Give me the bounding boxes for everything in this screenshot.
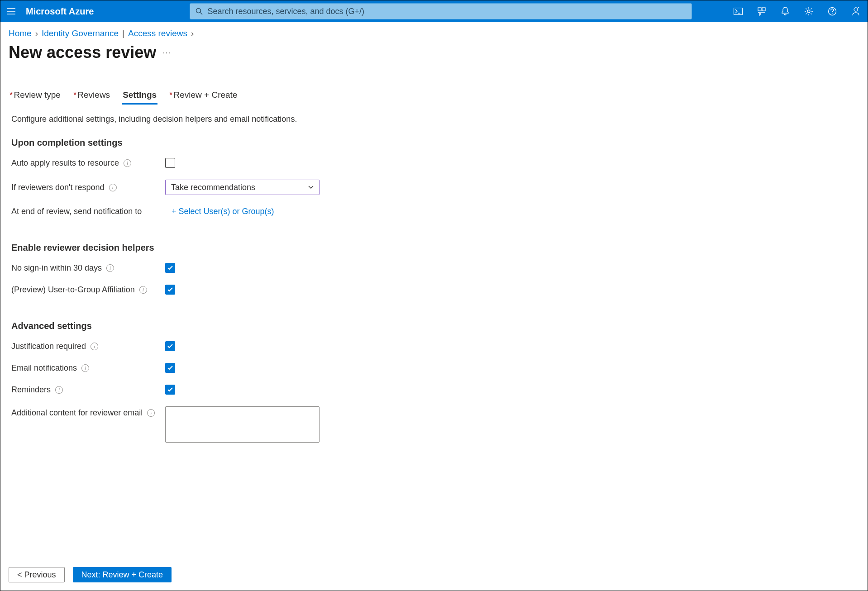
- search-wrap: [190, 3, 692, 19]
- checkbox-auto-apply[interactable]: [165, 158, 175, 168]
- filter-icon: [757, 7, 766, 16]
- bell-icon: [781, 7, 789, 16]
- cloud-shell-button[interactable]: [726, 0, 750, 22]
- cloud-shell-icon: [734, 8, 743, 15]
- chevron-right-icon: ›: [35, 29, 38, 38]
- more-actions-button[interactable]: ⋯: [162, 48, 172, 57]
- help-button[interactable]: [820, 0, 844, 22]
- label-no-signin: No sign-in within 30 days: [11, 263, 102, 273]
- tab-reviews[interactable]: *Reviews: [72, 90, 111, 105]
- row-email-notifications: Email notifications: [11, 363, 868, 373]
- svg-rect-3: [758, 8, 761, 11]
- section-advanced-heading: Advanced settings: [11, 321, 868, 331]
- checkbox-reminders[interactable]: [165, 385, 175, 395]
- top-bar: Microsoft Azure: [0, 0, 868, 22]
- svg-rect-4: [762, 8, 765, 11]
- info-icon[interactable]: [106, 264, 114, 272]
- menu-toggle-button[interactable]: [0, 0, 22, 22]
- breadcrumb-divider: |: [122, 29, 124, 38]
- link-select-users-groups[interactable]: + Select User(s) or Group(s): [172, 207, 274, 216]
- tab-label: Settings: [123, 90, 157, 100]
- info-icon[interactable]: [91, 343, 98, 350]
- wizard-footer: < Previous Next: Review + Create: [9, 567, 172, 582]
- textarea-additional-content[interactable]: [165, 406, 320, 443]
- page-title-row: New access review ⋯: [9, 43, 868, 62]
- info-icon[interactable]: [55, 386, 63, 394]
- svg-point-7: [854, 8, 858, 11]
- tab-review-type[interactable]: *Review type: [9, 90, 62, 105]
- info-icon[interactable]: [147, 409, 155, 417]
- section-upon-completion-heading: Upon completion settings: [11, 138, 868, 148]
- breadcrumb-access-reviews[interactable]: Access reviews: [128, 29, 187, 38]
- label-if-no-response: If reviewers don't respond: [11, 183, 105, 192]
- hamburger-icon: [7, 8, 15, 14]
- row-reminders: Reminders: [11, 385, 868, 395]
- svg-point-0: [196, 9, 201, 13]
- breadcrumb: Home › Identity Governance | Access revi…: [9, 29, 868, 38]
- previous-button[interactable]: < Previous: [9, 567, 65, 582]
- info-icon[interactable]: [139, 286, 147, 294]
- chevron-right-icon: ›: [191, 29, 194, 38]
- dropdown-if-no-response[interactable]: Take recommendations: [165, 180, 320, 195]
- intro-text: Configure additional settings, including…: [11, 114, 868, 124]
- checkbox-user-to-group[interactable]: [165, 285, 175, 295]
- tab-label: Review type: [14, 90, 61, 100]
- label-end-notify: At end of review, send notification to: [11, 207, 142, 216]
- tab-label: Reviews: [77, 90, 110, 100]
- svg-rect-2: [734, 8, 743, 15]
- info-icon[interactable]: [81, 364, 89, 372]
- breadcrumb-home[interactable]: Home: [9, 29, 32, 38]
- global-search[interactable]: [190, 3, 692, 19]
- label-user-to-group: (Preview) User-to-Group Affiliation: [11, 285, 135, 295]
- label-additional-content: Additional content for reviewer email: [11, 408, 143, 418]
- label-reminders: Reminders: [11, 385, 51, 395]
- row-user-to-group: (Preview) User-to-Group Affiliation: [11, 285, 868, 295]
- tab-label: Review + Create: [173, 90, 237, 100]
- info-icon[interactable]: [109, 184, 117, 191]
- tab-review-create[interactable]: *Review + Create: [168, 90, 238, 105]
- row-auto-apply: Auto apply results to resource: [11, 158, 868, 168]
- chevron-down-icon: [308, 186, 314, 189]
- checkbox-email-notifications[interactable]: [165, 363, 175, 373]
- feedback-icon: [851, 7, 860, 16]
- settings-button[interactable]: [797, 0, 820, 22]
- search-input[interactable]: [207, 7, 686, 16]
- wizard-tabs: *Review type *Reviews Settings *Review +…: [9, 90, 868, 105]
- label-email-notifications: Email notifications: [11, 363, 77, 373]
- checkbox-no-signin[interactable]: [165, 263, 175, 273]
- tab-settings[interactable]: Settings: [122, 90, 157, 105]
- row-if-no-response: If reviewers don't respond Take recommen…: [11, 180, 868, 195]
- directory-filter-button[interactable]: [750, 0, 773, 22]
- page-body: Home › Identity Governance | Access revi…: [0, 22, 868, 591]
- section-decision-helpers-heading: Enable reviewer decision helpers: [11, 243, 868, 253]
- svg-line-1: [200, 13, 203, 15]
- row-no-signin: No sign-in within 30 days: [11, 263, 868, 273]
- search-icon: [196, 8, 203, 15]
- help-icon: [828, 7, 837, 16]
- label-justification: Justification required: [11, 342, 86, 351]
- brand-label: Microsoft Azure: [22, 6, 108, 17]
- dropdown-value: Take recommendations: [171, 183, 255, 192]
- notifications-button[interactable]: [773, 0, 797, 22]
- feedback-button[interactable]: [844, 0, 868, 22]
- row-justification: Justification required: [11, 341, 868, 351]
- label-auto-apply: Auto apply results to resource: [11, 158, 119, 168]
- breadcrumb-identity-governance[interactable]: Identity Governance: [42, 29, 119, 38]
- next-button[interactable]: Next: Review + Create: [73, 567, 172, 582]
- row-additional-content: Additional content for reviewer email: [11, 406, 868, 443]
- checkbox-justification[interactable]: [165, 341, 175, 351]
- topbar-actions: [726, 0, 868, 22]
- row-end-notify: At end of review, send notification to +…: [11, 207, 868, 216]
- gear-icon: [804, 7, 813, 16]
- svg-point-5: [807, 10, 810, 13]
- info-icon[interactable]: [124, 159, 131, 167]
- page-title: New access review: [9, 43, 156, 62]
